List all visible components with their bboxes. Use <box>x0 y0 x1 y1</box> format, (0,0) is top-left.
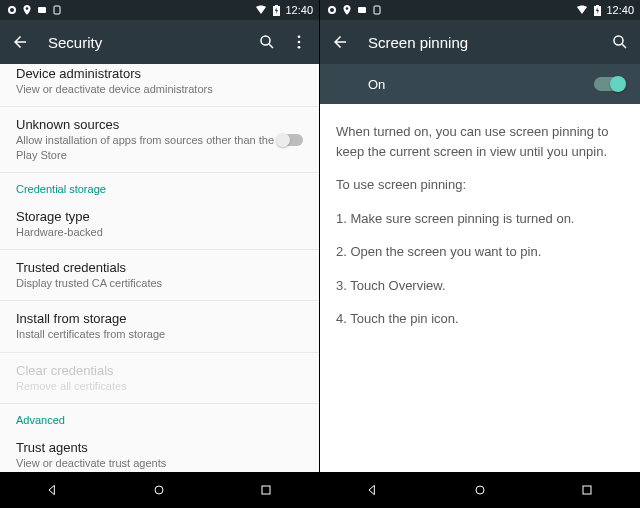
svg-line-22 <box>622 44 626 48</box>
item-install-from-storage[interactable]: Install from storage Install certificate… <box>0 301 319 352</box>
item-title: Trust agents <box>16 440 303 455</box>
unknown-sources-toggle[interactable] <box>277 134 303 146</box>
notif-icon <box>326 4 338 16</box>
body-text: When turned on, you can use screen pinni… <box>320 104 640 361</box>
nav-home[interactable] <box>470 480 490 500</box>
toggle-bar: On <box>320 64 640 104</box>
item-subtitle: Allow installation of apps from sources … <box>16 133 277 162</box>
item-title: Unknown sources <box>16 117 277 132</box>
battery-icon <box>591 4 603 16</box>
item-storage-type[interactable]: Storage type Hardware-backed <box>0 199 319 250</box>
notif-icon-2 <box>36 4 48 16</box>
item-trusted-credentials[interactable]: Trusted credentials Display trusted CA c… <box>0 250 319 301</box>
svg-point-23 <box>476 486 484 494</box>
location-icon <box>21 4 33 16</box>
nav-back[interactable] <box>43 480 63 500</box>
status-bar: 12:40 <box>0 0 319 20</box>
step-3: 3. Touch Overview. <box>336 276 624 296</box>
clock: 12:40 <box>285 4 313 16</box>
svg-rect-6 <box>275 5 278 6</box>
step-1: 1. Make sure screen pinning is turned on… <box>336 209 624 229</box>
nav-overview[interactable] <box>577 480 597 500</box>
clock: 12:40 <box>606 4 634 16</box>
svg-point-1 <box>10 8 14 12</box>
battery-icon <box>270 4 282 16</box>
svg-point-21 <box>614 36 623 45</box>
svg-point-11 <box>298 46 301 49</box>
item-subtitle: View or deactivate device administrators <box>16 82 303 96</box>
step-4: 4. Touch the pin icon. <box>336 309 624 329</box>
app-bar: Screen pinning <box>320 20 640 64</box>
right-screen: 12:40 Screen pinning On When turned on, … <box>320 0 640 508</box>
page-title: Screen pinning <box>368 34 600 51</box>
left-screen: 12:40 Security Device administrators Vie… <box>0 0 320 508</box>
item-title: Clear credentials <box>16 363 303 378</box>
status-bar: 12:40 <box>320 0 640 20</box>
page-title: Security <box>48 34 247 51</box>
nav-bar <box>320 472 640 508</box>
item-title: Trusted credentials <box>16 260 303 275</box>
item-subtitle: Remove all certificates <box>16 379 303 393</box>
item-device-administrators[interactable]: Device administrators View or deactivate… <box>0 64 319 107</box>
svg-point-15 <box>330 8 334 12</box>
svg-rect-20 <box>596 5 599 6</box>
nav-overview[interactable] <box>256 480 276 500</box>
notif-icon-3 <box>51 4 63 16</box>
status-left <box>326 4 383 16</box>
item-subtitle: Hardware-backed <box>16 225 303 239</box>
svg-rect-24 <box>583 486 591 494</box>
svg-rect-18 <box>374 6 380 14</box>
status-left <box>6 4 63 16</box>
intro-text: When turned on, you can use screen pinni… <box>336 122 624 161</box>
section-credential-storage: Credential storage <box>0 173 319 199</box>
svg-line-8 <box>269 44 273 48</box>
item-clear-credentials: Clear credentials Remove all certificate… <box>0 353 319 404</box>
svg-point-10 <box>298 41 301 44</box>
search-button[interactable] <box>255 30 279 54</box>
item-title: Storage type <box>16 209 303 224</box>
status-right: 12:40 <box>576 4 634 16</box>
svg-rect-4 <box>54 6 60 14</box>
nav-home[interactable] <box>149 480 169 500</box>
item-subtitle: View or deactivate trust agents <box>16 456 303 470</box>
nav-back[interactable] <box>363 480 383 500</box>
detail-content: When turned on, you can use screen pinni… <box>320 104 640 472</box>
screen-pinning-toggle[interactable] <box>594 77 624 91</box>
back-button[interactable] <box>328 30 352 54</box>
app-bar: Security <box>0 20 319 64</box>
notif-icon-3 <box>371 4 383 16</box>
svg-rect-17 <box>358 7 366 13</box>
svg-point-9 <box>298 35 301 38</box>
item-unknown-sources[interactable]: Unknown sources Allow installation of ap… <box>0 107 319 173</box>
status-right: 12:40 <box>255 4 313 16</box>
back-button[interactable] <box>8 30 32 54</box>
notif-icon-2 <box>356 4 368 16</box>
wifi-icon <box>576 4 588 16</box>
wifi-icon <box>255 4 267 16</box>
instructions-header: To use screen pinning: <box>336 175 624 195</box>
settings-list: Device administrators View or deactivate… <box>0 64 319 472</box>
overflow-button[interactable] <box>287 30 311 54</box>
svg-point-12 <box>155 486 163 494</box>
section-advanced: Advanced <box>0 404 319 430</box>
item-subtitle: Install certificates from storage <box>16 327 303 341</box>
svg-point-2 <box>26 7 29 10</box>
item-trust-agents[interactable]: Trust agents View or deactivate trust ag… <box>0 430 319 472</box>
svg-rect-3 <box>38 7 46 13</box>
svg-point-7 <box>261 36 270 45</box>
toggle-label: On <box>368 77 594 92</box>
svg-point-16 <box>346 7 349 10</box>
item-subtitle: Display trusted CA certificates <box>16 276 303 290</box>
location-icon <box>341 4 353 16</box>
item-title: Install from storage <box>16 311 303 326</box>
nav-bar <box>0 472 319 508</box>
step-2: 2. Open the screen you want to pin. <box>336 242 624 262</box>
item-title: Device administrators <box>16 66 303 81</box>
search-button[interactable] <box>608 30 632 54</box>
notif-icon <box>6 4 18 16</box>
svg-rect-13 <box>262 486 270 494</box>
